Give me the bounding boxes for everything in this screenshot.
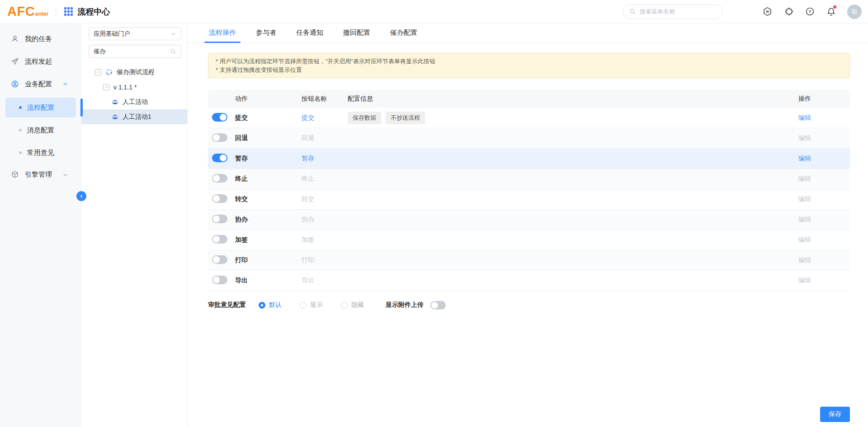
button-name-text: 转交 bbox=[302, 195, 348, 203]
opinion-config-label: 审批意见配置 bbox=[208, 301, 246, 309]
sidebar-item-label: 流程发起 bbox=[25, 57, 52, 66]
sidebar-item-engine-management[interactable]: 引擎管理 bbox=[0, 165, 81, 183]
row-toggle[interactable] bbox=[212, 235, 227, 244]
avatar[interactable]: 租 bbox=[847, 5, 862, 19]
active-indicator bbox=[80, 99, 83, 117]
body: 我的任务 流程发起 业务配置 流程配置 消息配置 bbox=[0, 23, 868, 427]
config-tag: 不抄送流程 bbox=[386, 112, 425, 124]
menu-search[interactable] bbox=[623, 5, 723, 19]
logo-subtext: enter bbox=[35, 11, 48, 17]
people-icon bbox=[111, 113, 119, 121]
radio-default[interactable]: 默认 bbox=[259, 301, 282, 309]
search-icon bbox=[170, 48, 176, 55]
notification-icon[interactable] bbox=[826, 7, 836, 17]
puzzle-icon[interactable] bbox=[783, 7, 793, 17]
radio-hide[interactable]: 隐藏 bbox=[341, 301, 364, 309]
attachment-upload-toggle[interactable] bbox=[430, 301, 446, 310]
tree-node-label: 人工活动 bbox=[123, 98, 148, 106]
tree-node-activity[interactable]: 人工活动 bbox=[81, 94, 187, 109]
edit-button: 编辑 bbox=[798, 277, 811, 284]
tree-node-activity-selected[interactable]: 人工活动1 bbox=[81, 109, 187, 124]
header-button-name: 按钮名称 bbox=[302, 95, 348, 103]
action-label: 回退 bbox=[235, 134, 302, 142]
sidebar: 我的任务 流程发起 业务配置 流程配置 消息配置 bbox=[0, 23, 81, 427]
edit-button: 编辑 bbox=[798, 134, 811, 141]
menu-search-input[interactable] bbox=[640, 8, 708, 15]
radio-unselected-icon bbox=[300, 302, 307, 309]
table-row: 转交 转交 编辑 bbox=[208, 189, 850, 210]
page-title: 流程中心 bbox=[77, 6, 110, 17]
row-toggle[interactable] bbox=[212, 276, 227, 284]
process-tree: − 催办测试流程 − v 1.1.1 * 人工活动 bbox=[81, 65, 187, 124]
sidebar-item-my-tasks[interactable]: 我的任务 bbox=[0, 30, 81, 48]
action-label: 加签 bbox=[235, 236, 302, 244]
apps-grid-icon[interactable] bbox=[64, 7, 73, 16]
sidebar-collapse-button[interactable] bbox=[76, 191, 86, 201]
table-row: 打印 打印 编辑 bbox=[208, 250, 850, 271]
config-tag: 保存数据 bbox=[348, 112, 381, 124]
sidebar-item-process-start[interactable]: 流程发起 bbox=[0, 52, 81, 70]
tab-process-operations[interactable]: 流程操作 bbox=[208, 23, 237, 42]
edit-button: 编辑 bbox=[798, 256, 811, 263]
row-toggle[interactable] bbox=[212, 194, 227, 203]
page: AFCenter 流程中心 AI ? 租 bbox=[0, 0, 868, 427]
save-button[interactable]: 保存 bbox=[820, 407, 850, 422]
tab-bar: 流程操作 参与者 任务通知 撤回配置 催办配置 bbox=[188, 23, 868, 43]
edit-button[interactable]: 编辑 bbox=[798, 114, 811, 121]
sidebar-item-message-config[interactable]: 消息配置 bbox=[5, 120, 76, 140]
logo[interactable]: AFCenter bbox=[7, 4, 48, 19]
tab-task-notification[interactable]: 任务通知 bbox=[295, 23, 324, 42]
row-toggle[interactable] bbox=[212, 174, 227, 183]
tree-node-version[interactable]: − v 1.1.1 * bbox=[81, 80, 187, 94]
button-name-link[interactable]: 提交 bbox=[302, 114, 348, 122]
bullet-icon bbox=[19, 129, 22, 131]
radio-label: 显示 bbox=[310, 301, 323, 309]
button-name-link[interactable]: 暂存 bbox=[302, 155, 348, 163]
tab-participants[interactable]: 参与者 bbox=[255, 23, 277, 42]
table-row: 提交 提交 保存数据 不抄送流程 编辑 bbox=[208, 108, 850, 128]
sidebar-item-label: 我的任务 bbox=[25, 35, 52, 43]
button-name-text: 加签 bbox=[302, 236, 348, 244]
sidebar-item-label: 常用意见 bbox=[27, 149, 54, 157]
header-operation: 操作 bbox=[760, 95, 850, 103]
edit-button: 编辑 bbox=[798, 216, 811, 223]
sidebar-item-process-config[interactable]: 流程配置 bbox=[5, 98, 76, 117]
row-toggle[interactable] bbox=[212, 154, 227, 162]
table-row: 导出 导出 编辑 bbox=[208, 271, 850, 291]
edit-button: 编辑 bbox=[798, 236, 811, 243]
app-select[interactable]: 应用基础门户 bbox=[89, 27, 181, 40]
row-toggle[interactable] bbox=[212, 113, 227, 122]
help-icon[interactable]: ? bbox=[805, 7, 815, 17]
radio-selected-icon bbox=[259, 302, 265, 309]
sidebar-item-business-config[interactable]: 业务配置 bbox=[0, 75, 81, 93]
sidebar-item-label: 业务配置 bbox=[25, 80, 52, 89]
tree-node-label: 人工活动1 bbox=[123, 113, 151, 121]
app-select-value: 应用基础门户 bbox=[94, 30, 130, 38]
row-toggle[interactable] bbox=[212, 255, 227, 264]
tree-search-input[interactable] bbox=[94, 48, 166, 55]
tree-node-label: 催办测试流程 bbox=[117, 68, 155, 76]
tab-withdraw-config[interactable]: 撤回配置 bbox=[342, 23, 371, 42]
radio-show[interactable]: 显示 bbox=[300, 301, 323, 309]
row-toggle[interactable] bbox=[212, 215, 227, 223]
collapse-node-icon[interactable]: − bbox=[103, 84, 109, 90]
row-toggle[interactable] bbox=[212, 133, 227, 142]
edit-button[interactable]: 编辑 bbox=[798, 155, 811, 162]
notification-badge bbox=[833, 5, 836, 9]
sidebar-item-label: 引擎管理 bbox=[25, 170, 52, 179]
tree-node-root[interactable]: − 催办测试流程 bbox=[81, 65, 187, 80]
tab-urge-config[interactable]: 催办配置 bbox=[389, 23, 418, 42]
ai-icon[interactable]: AI bbox=[762, 7, 772, 17]
header-action: 动作 bbox=[235, 95, 302, 103]
actions-table: 动作 按钮名称 配置信息 操作 提交 提交 保存数据 不抄送流程 编辑 bbox=[208, 90, 850, 291]
sidebar-item-common-opinions[interactable]: 常用意见 bbox=[5, 143, 76, 163]
table-row: 协办 协办 编辑 bbox=[208, 210, 850, 230]
search-icon bbox=[629, 8, 636, 15]
notice-line: * 用户可以为流程指定环节选择所需按钮，"开关启用"表示对应环节表单将显示此按钮 bbox=[216, 57, 842, 66]
collapse-node-icon[interactable]: − bbox=[95, 69, 101, 75]
attachment-upload-control: 显示附件上传 bbox=[386, 301, 446, 310]
action-label: 协办 bbox=[235, 216, 302, 224]
tree-search[interactable] bbox=[89, 45, 181, 58]
action-label: 终止 bbox=[235, 175, 302, 183]
action-label: 提交 bbox=[235, 114, 302, 122]
